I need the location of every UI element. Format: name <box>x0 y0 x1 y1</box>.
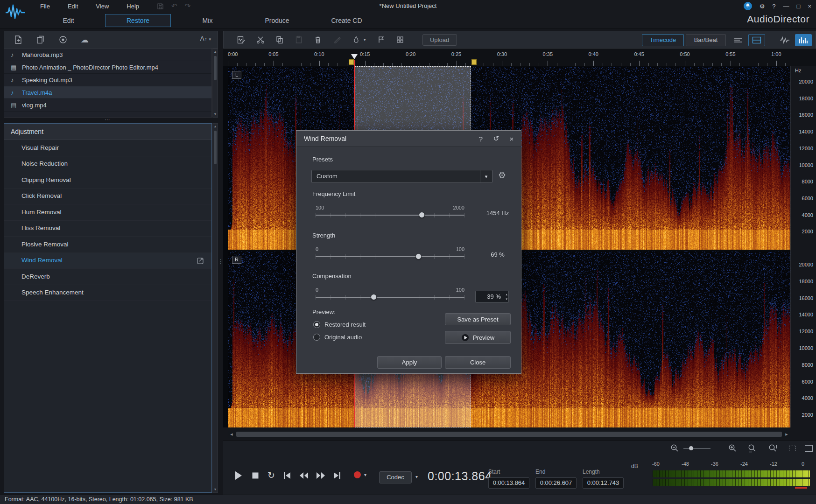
play-button[interactable] <box>232 470 245 481</box>
scrollbar-thumb[interactable] <box>236 432 782 437</box>
slider-handle[interactable] <box>415 253 422 259</box>
horizontal-scrollbar[interactable]: ◀ ▶ <box>228 431 790 438</box>
panel-resize-handle[interactable]: ⋯ <box>4 117 212 123</box>
menu-view[interactable]: View <box>90 2 114 11</box>
adjustment-item-click-removal[interactable]: Click Removal <box>4 189 211 205</box>
fade-icon[interactable] <box>352 35 360 44</box>
strength-slider[interactable] <box>316 253 464 260</box>
spin-down-icon[interactable]: ▾ <box>506 297 507 301</box>
tab-restore[interactable]: Restore <box>105 14 171 27</box>
zoom-slider-handle[interactable] <box>689 446 693 450</box>
chevron-down-icon[interactable]: ▾ <box>364 37 366 42</box>
adjustment-item-noise-reduction[interactable]: Noise Reduction <box>4 156 211 173</box>
codec-button[interactable]: Codec <box>379 471 412 483</box>
upload-button[interactable]: Upload <box>422 34 457 46</box>
compensation-slider[interactable] <box>316 294 464 301</box>
file-row[interactable]: ▤vlog.mp4 <box>4 99 211 112</box>
tab-mix[interactable]: Mix <box>175 14 240 27</box>
redo-icon[interactable]: ↷ <box>185 2 191 10</box>
apply-button[interactable]: Apply <box>377 356 442 369</box>
scroll-down-icon[interactable]: ▼ <box>213 487 218 492</box>
record-icon[interactable] <box>58 35 68 44</box>
adjustment-item-visual-repair[interactable]: Visual Repair <box>4 140 211 156</box>
file-row[interactable]: ♪Travel.m4a <box>4 86 211 99</box>
spectral-view-icon[interactable] <box>795 34 812 46</box>
undo-icon[interactable]: ↶ <box>171 2 177 10</box>
close-icon[interactable]: × <box>808 3 811 10</box>
previous-button[interactable] <box>281 470 293 481</box>
paste-icon[interactable] <box>295 35 303 44</box>
scroll-right-icon[interactable]: ▶ <box>783 431 790 438</box>
import-media-icon[interactable] <box>14 35 23 44</box>
scroll-up-icon[interactable]: ▲ <box>213 124 218 129</box>
fast-forward-button[interactable] <box>315 470 327 481</box>
convert-profile-icon[interactable] <box>237 35 246 44</box>
slider-handle[interactable] <box>371 294 377 300</box>
adjustment-scrollbar[interactable]: ▲ ▼ <box>212 123 218 493</box>
split-view-icon[interactable] <box>748 34 765 46</box>
adjustment-item-speech-enhancement[interactable]: Speech Enhancement <box>4 285 211 301</box>
file-row[interactable]: ♪Speaking Out.mp3 <box>4 74 211 86</box>
close-button[interactable]: Close <box>445 356 511 369</box>
loop-button[interactable]: ↻ <box>265 470 277 481</box>
adjustment-item-hum-removal[interactable]: Hum Removal <box>4 204 211 221</box>
keyframe-grid-icon[interactable] <box>396 35 404 44</box>
adjustment-item-hiss-removal[interactable]: Hiss Removal <box>4 221 211 237</box>
compensation-spinbox[interactable]: 39 %▴▾ <box>475 291 509 303</box>
learn-more-icon[interactable] <box>197 257 205 264</box>
file-row[interactable]: ♪Mahoroba.mp3 <box>4 49 211 61</box>
zoom-horizontal-icon[interactable] <box>748 444 757 453</box>
notification-bell-icon[interactable] <box>744 2 752 10</box>
record-button[interactable] <box>354 471 361 478</box>
field-value[interactable]: 0:00:26.607 <box>535 477 577 489</box>
codec-chevron-icon[interactable]: ▾ <box>415 474 418 479</box>
slider-handle[interactable] <box>419 212 425 218</box>
import-folder-icon[interactable] <box>36 35 45 44</box>
panel-divider-grip[interactable]: ⋮ <box>218 252 223 271</box>
selection-handle-left[interactable] <box>349 59 354 65</box>
menu-edit[interactable]: Edit <box>62 2 84 11</box>
scrollbar-thumb[interactable] <box>214 131 217 164</box>
help-icon[interactable]: ? <box>772 3 775 10</box>
tab-create-cd[interactable]: Create CD <box>314 14 380 27</box>
zoom-vertical-icon[interactable] <box>768 444 777 453</box>
adjustment-item-dereverb[interactable]: DeReverb <box>4 269 211 285</box>
adjustment-item-plosive-removal[interactable]: Plosive Removal <box>4 237 211 253</box>
barbeat-toggle[interactable]: Bar/Beat <box>686 34 726 46</box>
settings-gear-icon[interactable]: ⚙ <box>760 3 765 10</box>
file-row[interactable]: ▤Photo Animation _ PhotoDirector Photo E… <box>4 61 211 74</box>
cut-icon[interactable] <box>256 35 265 44</box>
save-preset-button[interactable]: Save as Preset <box>445 313 511 325</box>
spin-up-icon[interactable]: ▴ <box>506 292 507 297</box>
zoom-in-icon[interactable] <box>728 444 737 453</box>
preview-button[interactable]: Preview <box>445 331 511 344</box>
trim-icon[interactable] <box>333 35 341 44</box>
field-value[interactable]: 0:00:13.864 <box>488 477 529 489</box>
frequency-limit-slider[interactable] <box>316 211 464 218</box>
timeline-ruler[interactable]: 0:000:050:100:150:200:250:300:350:400:45… <box>223 49 816 66</box>
sort-control[interactable]: A↑▾ <box>200 35 211 42</box>
scroll-left-icon[interactable]: ◀ <box>228 431 235 438</box>
rewind-button[interactable] <box>298 470 310 481</box>
waveform-view-icon[interactable] <box>776 34 793 46</box>
zoom-slider[interactable] <box>683 445 710 452</box>
maximize-icon[interactable]: □ <box>797 3 801 10</box>
marker-icon[interactable] <box>377 35 385 44</box>
tab-produce[interactable]: Produce <box>244 14 310 27</box>
file-list-scrollbar[interactable]: ▲ ▼ <box>212 49 218 118</box>
fit-view-icon[interactable] <box>805 445 813 452</box>
radio-restored-result[interactable]: Restored result <box>313 318 366 331</box>
copy-icon[interactable] <box>275 35 284 44</box>
adjustment-item-clipping-removal[interactable]: Clipping Removal <box>4 172 211 189</box>
minimize-icon[interactable]: — <box>783 3 789 10</box>
menu-help[interactable]: Help <box>121 2 145 11</box>
scroll-up-icon[interactable]: ▲ <box>213 49 218 55</box>
cloud-download-icon[interactable]: ☁ <box>81 35 89 45</box>
record-options-chevron-icon[interactable]: ▾ <box>364 472 366 477</box>
delete-icon[interactable] <box>314 35 322 44</box>
next-button[interactable] <box>331 470 343 481</box>
menu-file[interactable]: File <box>35 2 56 11</box>
save-project-icon[interactable] <box>157 3 164 10</box>
zoom-region-icon[interactable] <box>789 446 795 451</box>
zoom-out-icon[interactable] <box>670 444 679 453</box>
